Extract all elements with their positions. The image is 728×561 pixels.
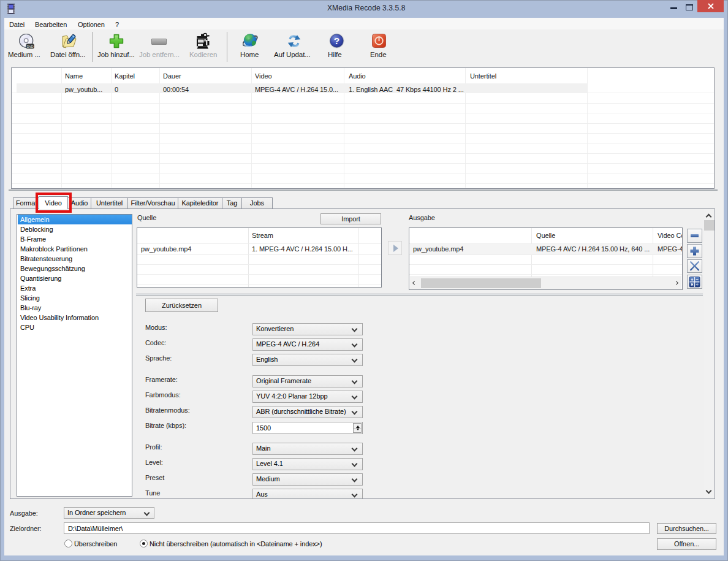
svg-text:DVD: DVD — [27, 45, 34, 48]
svg-text:?: ? — [334, 36, 339, 46]
